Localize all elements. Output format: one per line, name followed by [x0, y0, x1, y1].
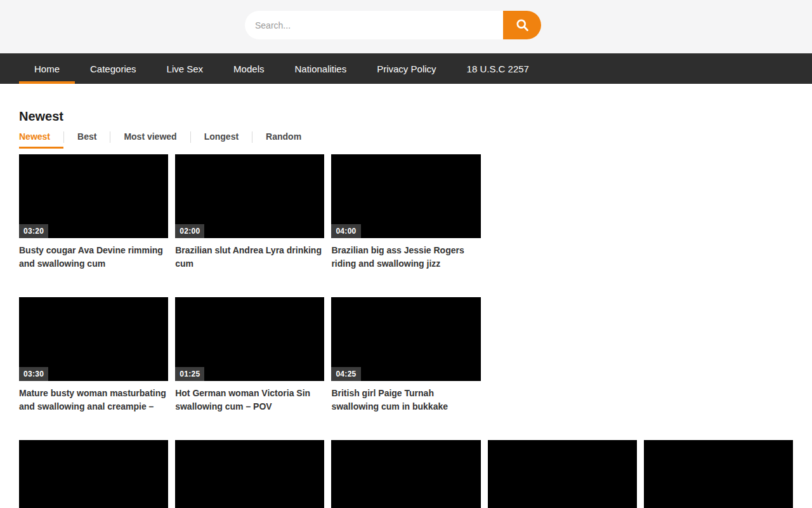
video-card[interactable]: 04:25 British girl Paige Turnah swallowi… [331, 297, 480, 413]
video-card[interactable]: 04:00 Brazilian big ass Jessie Rogers ri… [331, 154, 480, 271]
page-title: Newest [19, 109, 793, 124]
video-grid-row: 03:20 Busty cougar Ava Devine rimming an… [19, 154, 793, 271]
video-card[interactable] [175, 440, 324, 508]
video-title[interactable]: Brazilian big ass Jessie Rogers riding a… [331, 244, 480, 271]
video-thumbnail[interactable] [644, 440, 793, 508]
nav-item-18-u-s-c-2257[interactable]: 18 U.S.C 2257 [452, 53, 544, 84]
video-thumbnail[interactable]: 03:30 [19, 297, 168, 381]
tab-longest[interactable]: Longest [191, 131, 252, 149]
site-header [0, 0, 812, 53]
video-card[interactable]: 03:20 Busty cougar Ava Devine rimming an… [19, 154, 168, 271]
video-thumbnail[interactable]: 04:25 [331, 297, 480, 381]
video-thumbnail[interactable]: 04:00 [331, 154, 480, 238]
video-thumbnail[interactable] [331, 440, 480, 508]
video-title[interactable]: Brazilian slut Andrea Lyra drinking cum [175, 244, 324, 271]
video-card[interactable]: 02:00 Brazilian slut Andrea Lyra drinkin… [175, 154, 324, 271]
content-area: Newest NewestBestMost viewedLongestRando… [0, 84, 812, 508]
video-thumbnail[interactable] [175, 440, 324, 508]
video-thumbnail[interactable] [19, 440, 168, 508]
main-nav: HomeCategoriesLive SexModelsNationalitie… [0, 53, 812, 84]
duration-badge: 04:00 [331, 224, 360, 238]
tab-random[interactable]: Random [252, 131, 315, 149]
duration-badge: 04:25 [331, 367, 360, 381]
video-card[interactable] [488, 440, 637, 508]
duration-badge: 03:30 [19, 367, 48, 381]
video-thumbnail[interactable]: 02:00 [175, 154, 324, 238]
video-thumbnail[interactable] [488, 440, 637, 508]
duration-badge: 03:20 [19, 224, 48, 238]
video-card[interactable] [331, 440, 480, 508]
search-bar [245, 11, 541, 39]
video-thumbnail[interactable]: 03:20 [19, 154, 168, 238]
nav-item-categories[interactable]: Categories [75, 53, 152, 84]
nav-item-models[interactable]: Models [218, 53, 279, 84]
video-card[interactable]: 03:30 Mature busty woman masturbating an… [19, 297, 168, 413]
nav-item-nationalities[interactable]: Nationalities [279, 53, 362, 84]
video-title[interactable]: Hot German woman Victoria Sin swallowing… [175, 387, 324, 413]
video-title[interactable]: Busty cougar Ava Devine rimming and swal… [19, 244, 168, 271]
video-title[interactable]: British girl Paige Turnah swallowing cum… [331, 387, 480, 413]
video-thumbnail[interactable]: 01:25 [175, 297, 324, 381]
video-grid-row-partial [19, 440, 793, 508]
nav-item-live-sex[interactable]: Live Sex [152, 53, 219, 84]
nav-item-privacy-policy[interactable]: Privacy Policy [362, 53, 451, 84]
tab-best[interactable]: Best [64, 131, 110, 149]
tab-newest[interactable]: Newest [19, 131, 63, 149]
nav-item-home[interactable]: Home [19, 53, 75, 84]
video-title[interactable]: Mature busty woman masturbating and swal… [19, 387, 168, 413]
video-card[interactable] [644, 440, 793, 508]
video-card[interactable]: 01:25 Hot German woman Victoria Sin swal… [175, 297, 324, 413]
search-input[interactable] [245, 11, 503, 39]
duration-badge: 02:00 [175, 224, 204, 238]
video-card[interactable] [19, 440, 168, 508]
video-grid-row: 03:30 Mature busty woman masturbating an… [19, 297, 793, 413]
search-button[interactable] [503, 11, 541, 39]
duration-badge: 01:25 [175, 367, 204, 381]
search-icon [514, 17, 530, 33]
sort-tabs: NewestBestMost viewedLongestRandom [19, 131, 793, 149]
tab-most-viewed[interactable]: Most viewed [110, 131, 190, 149]
